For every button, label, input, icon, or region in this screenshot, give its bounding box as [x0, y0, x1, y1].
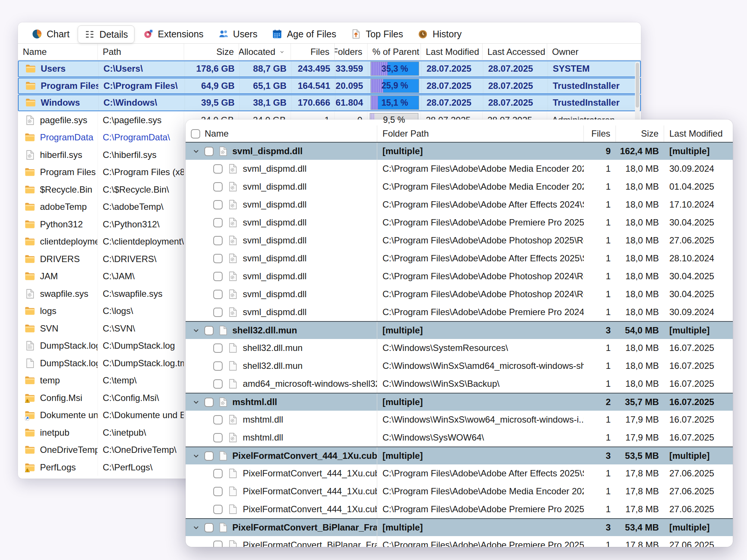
column-header-name[interactable]: Name [186, 125, 377, 142]
row-checkbox[interactable] [213, 308, 223, 317]
row-checkbox[interactable] [204, 326, 214, 335]
percent-label: 25,9 % [381, 81, 408, 91]
column-header-path[interactable]: Path [98, 44, 184, 60]
tab-label: History [433, 29, 462, 40]
scrollbar-thumb[interactable] [636, 63, 639, 108]
group-name: mshtml.dll [232, 397, 277, 407]
row-checkbox[interactable] [213, 469, 223, 478]
row-checkbox[interactable] [213, 433, 223, 442]
percent-of-parent-bar: 15,1 % [371, 96, 419, 110]
row-checkbox[interactable] [213, 236, 223, 245]
row-checkbox[interactable] [204, 523, 214, 532]
path-cell: C:\ProgramData\ [98, 129, 184, 146]
tab-history[interactable]: History [411, 25, 468, 43]
duplicate-file-row[interactable]: svml_dispmd.dllC:\Program Files\Adobe\Ad… [186, 196, 733, 214]
tab-age-of-files[interactable]: Age of Files [266, 25, 342, 43]
duplicate-group-row[interactable]: PixelFormatConvert_444_1Xu.cubin[multipl… [186, 447, 733, 464]
row-checkbox[interactable] [213, 272, 223, 281]
folder-path-cell: C:\Windows\WinSxS\wow64_microsoft-window… [377, 411, 584, 429]
row-checkbox[interactable] [213, 290, 223, 299]
duplicate-file-row[interactable]: svml_dispmd.dllC:\Program Files\Adobe\Ad… [186, 231, 733, 249]
folder-icon [24, 375, 35, 386]
path-cell: C:\DRIVERS\ [98, 251, 184, 268]
folder-path-cell: C:\Program Files\Adobe\Adobe Media Encod… [377, 160, 584, 178]
duplicate-file-row[interactable]: svml_dispmd.dllC:\Program Files\Adobe\Ad… [186, 249, 733, 267]
row-checkbox[interactable] [213, 254, 223, 263]
row-checkbox[interactable] [204, 451, 214, 461]
duplicate-file-row[interactable]: svml_dispmd.dllC:\Program Files\Adobe\Ad… [186, 160, 733, 178]
column-header-size[interactable]: Size [616, 125, 664, 142]
duplicate-file-row[interactable]: svml_dispmd.dllC:\Program Files\Adobe\Ad… [186, 214, 733, 231]
row-checkbox[interactable] [213, 379, 223, 389]
row-checkbox[interactable] [213, 200, 223, 209]
duplicate-file-row[interactable]: svml_dispmd.dllC:\Program Files\Adobe\Ad… [186, 285, 733, 303]
duplicate-file-row[interactable]: PixelFormatConvert_BiPlanar_Frame.c...C:… [186, 536, 733, 547]
row-checkbox[interactable] [213, 218, 223, 227]
duplicate-group-row[interactable]: mshtml.dll[multiple]235,7 MB16.07.2025 [186, 393, 733, 411]
path-cell: C:\Config.Msi\ [98, 389, 184, 407]
duplicate-file-row[interactable]: svml_dispmd.dllC:\Program Files\Adobe\Ad… [186, 267, 733, 285]
folders-cell: 20.095 [335, 78, 368, 94]
size-cell: 18,0 MB [616, 196, 664, 214]
column-header-allocated[interactable]: Allocated [239, 44, 291, 60]
column-label: Path [103, 47, 121, 57]
size-cell: 162,4 MB [616, 143, 664, 160]
duplicate-file-row[interactable]: PixelFormatConvert_444_1Xu.cubinC:\Progr… [186, 464, 733, 482]
row-checkbox[interactable] [204, 147, 214, 156]
duplicate-file-row[interactable]: mshtml.dllC:\Windows\WinSxS\wow64_micros… [186, 411, 733, 429]
last-modified-cell: 30.09.2024 [664, 303, 733, 321]
column-header-size[interactable]: Size [184, 44, 239, 60]
duplicate-group-row[interactable]: PixelFormatConvert_BiPlanar_Frame.c...[m… [186, 518, 733, 536]
table-row[interactable]: WindowsC:\Windows\39,5 GB38,1 GB170.6666… [18, 94, 641, 111]
row-checkbox[interactable] [213, 361, 223, 371]
column-header-name[interactable]: Name [18, 44, 98, 60]
row-checkbox[interactable] [213, 487, 223, 496]
row-checkbox[interactable] [213, 343, 223, 353]
duplicate-file-row[interactable]: PixelFormatConvert_444_1Xu.cubinC:\Progr… [186, 500, 733, 518]
name-cell: $Recycle.Bin [18, 181, 98, 199]
chevron-down-icon[interactable] [192, 451, 201, 460]
column-header-folder-path[interactable]: Folder Path [377, 125, 584, 142]
select-all-checkbox[interactable] [191, 129, 200, 139]
file-name: amd64_microsoft-windows-shell32_3... [243, 379, 377, 389]
row-checkbox[interactable] [213, 164, 223, 174]
table-row[interactable]: UsersC:\Users\178,6 GB88,7 GB243.49533.9… [18, 60, 641, 77]
row-checkbox[interactable] [213, 182, 223, 192]
row-checkbox[interactable] [213, 415, 223, 424]
column-header-percent-of-parent[interactable]: % of Parent (... [368, 44, 421, 60]
duplicate-file-row[interactable]: shell32.dll.munC:\Windows\SystemResource… [186, 339, 733, 357]
column-header-files[interactable]: Files [291, 44, 335, 60]
row-checkbox[interactable] [204, 398, 214, 407]
row-checkbox[interactable] [213, 505, 223, 514]
chevron-down-icon[interactable] [192, 147, 201, 156]
tab-extensions[interactable]: Extensions [137, 25, 210, 43]
folder-path-cell: C:\Program Files\Adobe\Adobe Media Encod… [377, 482, 584, 500]
table-row[interactable]: Program FilesC:\Program Files\64,9 GB65,… [18, 78, 641, 94]
column-header-last-modified[interactable]: Last Modified [664, 125, 733, 142]
tab-users[interactable]: Users [212, 25, 263, 43]
tab-top-files[interactable]: Top Files [344, 25, 409, 43]
size-cell: 17,8 MB [616, 482, 664, 500]
chevron-down-icon[interactable] [192, 398, 201, 407]
tab-details[interactable]: Details [78, 25, 134, 43]
column-header-last-accessed[interactable]: Last Accessed [483, 44, 547, 60]
file-name: pagefile.sys [40, 115, 87, 125]
file-icon [227, 342, 238, 354]
tab-chart[interactable]: Chart [25, 25, 75, 43]
chevron-down-icon[interactable] [192, 523, 201, 532]
duplicate-file-row[interactable]: PixelFormatConvert_444_1Xu.cubinC:\Progr… [186, 482, 733, 500]
duplicate-file-row[interactable]: svml_dispmd.dllC:\Program Files\Adobe\Ad… [186, 303, 733, 321]
duplicate-file-row[interactable]: shell32.dll.munC:\Windows\WinSxS\amd64_m… [186, 357, 733, 375]
duplicate-file-row[interactable]: amd64_microsoft-windows-shell32_3...C:\W… [186, 375, 733, 393]
duplicate-group-row[interactable]: shell32.dll.mun[multiple]354,0 MB[multip… [186, 321, 733, 339]
column-header-last-modified[interactable]: Last Modified [421, 44, 483, 60]
column-header-folders[interactable]: Folders [335, 44, 368, 60]
column-header-owner[interactable]: Owner [547, 44, 641, 60]
column-header-files[interactable]: Files [584, 125, 616, 142]
chevron-down-icon[interactable] [192, 326, 201, 335]
duplicate-file-row[interactable]: mshtml.dllC:\Windows\SysWOW64\117,9 MB16… [186, 429, 733, 447]
duplicate-group-row[interactable]: svml_dispmd.dll[multiple]9162,4 MB[multi… [186, 142, 733, 160]
duplicate-file-row[interactable]: svml_dispmd.dllC:\Program Files\Adobe\Ad… [186, 178, 733, 196]
folder-path-cell: C:\Windows\SysWOW64\ [377, 429, 584, 447]
row-checkbox[interactable] [213, 541, 223, 547]
